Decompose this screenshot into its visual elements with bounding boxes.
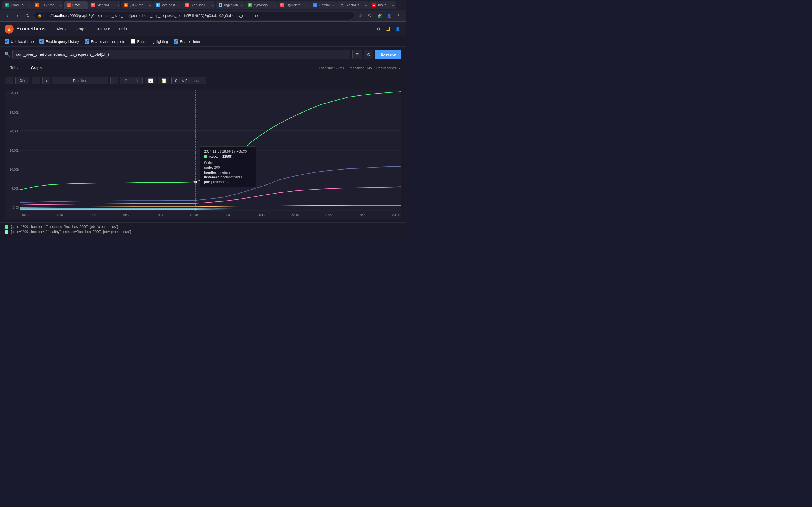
extensions-button[interactable]: 🧩	[375, 12, 384, 20]
duration-display: 1h	[15, 76, 29, 84]
tab-tasve[interactable]: ▶ Tasve... ×	[369, 1, 396, 9]
tab-close-chatgpt[interactable]: ×	[27, 3, 31, 7]
prometheus-app: 🔥 Prometheus Alerts Graph Status ▾ Help …	[0, 22, 406, 237]
new-tab-button[interactable]: +	[397, 1, 404, 9]
query-actions: ≡ ⊙ Execute	[352, 50, 402, 59]
legend-color-0	[4, 225, 8, 229]
back-button[interactable]: ‹	[3, 12, 11, 20]
tab-graph[interactable]: Graph	[25, 62, 47, 74]
nav-alerts[interactable]: Alerts	[52, 25, 70, 33]
resolution-input[interactable]	[120, 77, 143, 84]
x-label-2: 19:45	[89, 213, 97, 217]
url-bar[interactable]: 🔒 http://localhost:9090/graph?g0.expr=su…	[34, 11, 354, 20]
increase-duration-button[interactable]: +	[32, 76, 40, 84]
enable-autocomplete-label: Enable autocomplete	[91, 40, 125, 44]
browser-actions: ☆ 🛡 🧩 👤 ⋮	[356, 12, 403, 20]
tab-signoz1[interactable]: S SignNoz |... ×	[88, 1, 120, 9]
tab-close-gemini[interactable]: ×	[331, 3, 336, 7]
legend-item-0[interactable]: {code="200", handler="/", instance="loca…	[4, 225, 402, 229]
forward-button[interactable]: ›	[13, 12, 21, 20]
execute-button[interactable]: Execute	[375, 50, 402, 59]
menu-button[interactable]: ⋮	[395, 12, 403, 20]
url-text: http://localhost:9090/graph?g0.expr=sum_…	[43, 13, 262, 18]
tab-signozp[interactable]: S SignNoz P... ×	[182, 1, 215, 9]
address-bar: ‹ › ↻ 🔒 http://localhost:9090/graph?g0.e…	[0, 10, 406, 21]
tab-close-articles2[interactable]: ×	[148, 3, 152, 7]
tab-pymongo[interactable]: P pymongo... ×	[245, 1, 277, 9]
tab-favicon-chatgpt: C	[5, 3, 9, 7]
legend-item-1[interactable]: {code="200", handler="/-/healthy", insta…	[4, 230, 402, 234]
tab-close-signoz1[interactable]: ×	[116, 3, 120, 7]
x-label-5: 20:00	[190, 213, 198, 217]
prometheus-title: Prometheus	[16, 26, 46, 32]
profile-button[interactable]: 👤	[385, 12, 393, 20]
settings-icon[interactable]: ⚙	[374, 25, 382, 33]
enable-query-history-checkbox[interactable]	[40, 39, 44, 44]
enable-autocomplete-option[interactable]: Enable autocomplete	[85, 39, 125, 44]
tab-close-localhost[interactable]: ×	[176, 3, 181, 7]
tab-favicon-localhost: L	[156, 3, 160, 7]
chart-svg	[20, 90, 401, 211]
tab-close-signozp[interactable]: ×	[211, 3, 215, 7]
graph-controls: − 1h + ‹ › 📈 📊 Show Exemplars	[0, 74, 406, 87]
enable-linter-checkbox[interactable]	[174, 39, 178, 44]
tab-articles2[interactable]: A (9+) Artic... ×	[121, 1, 152, 9]
legend-area: {code="200", handler="/", instance="loca…	[0, 222, 406, 237]
tab-close-signozs[interactable]: ×	[364, 3, 368, 7]
tab-close-prometheus[interactable]: ×	[82, 3, 87, 7]
tab-favicon-signozp: S	[185, 3, 189, 7]
enable-autocomplete-checkbox[interactable]	[85, 39, 89, 44]
line-chart-icon[interactable]: 📈	[145, 76, 156, 84]
decrease-duration-button[interactable]: −	[4, 76, 13, 84]
nav-status[interactable]: Status ▾	[92, 25, 114, 33]
tab-articles1[interactable]: A (9+) Artic... ×	[32, 1, 63, 9]
chart-inner[interactable]: 2024-11-09 19:56:17 +05:30 value: 11508 …	[20, 90, 401, 211]
enable-highlighting-checkbox[interactable]	[131, 39, 135, 44]
tab-label-signoz1: SignNoz |...	[97, 3, 114, 7]
use-local-time-checkbox[interactable]	[4, 39, 9, 44]
tab-close-tasve[interactable]: ×	[391, 3, 395, 7]
end-time-input[interactable]	[52, 77, 108, 84]
enable-query-history-label: Enable query history	[46, 40, 79, 44]
tab-ingestion[interactable]: I Ingestion ×	[216, 1, 245, 9]
query-input[interactable]	[12, 50, 350, 59]
shield-icon: 🛡	[366, 12, 374, 20]
tab-label-tasve: Tasve...	[377, 3, 389, 7]
nav-help[interactable]: Help	[115, 25, 131, 33]
next-time-button[interactable]: ›	[110, 76, 118, 84]
tab-close-articles1[interactable]: ×	[59, 3, 63, 7]
show-exemplars-button[interactable]: Show Exemplars	[171, 77, 206, 84]
tab-prometheus[interactable]: 🔥 Prom ×	[64, 1, 88, 9]
use-local-time-option[interactable]: Use local time	[4, 39, 34, 44]
tab-table[interactable]: Table	[4, 62, 25, 74]
tab-close-signozr[interactable]: ×	[305, 3, 310, 7]
options-row: Use local time Enable query history Enab…	[0, 36, 406, 47]
graph-area: 30,00k 25,00k 20,00k 15,00k 10,00k 5,00k…	[0, 87, 406, 222]
dark-mode-icon[interactable]: 🌙	[384, 25, 392, 33]
tab-label-articles2: (9+) Artic...	[130, 3, 146, 7]
tab-label-ingestion: Ingestion	[224, 3, 238, 7]
tab-gemini[interactable]: ✦ Gemini ×	[310, 1, 337, 9]
tab-favicon-prometheus: 🔥	[67, 3, 71, 7]
prev-time-button[interactable]: ‹	[42, 76, 50, 84]
tab-signozs[interactable]: G SigNoz/s... ×	[337, 1, 368, 9]
tab-localhost[interactable]: L localhost ×	[153, 1, 182, 9]
history-button[interactable]: ⊙	[364, 50, 373, 59]
enable-linter-option[interactable]: Enable linter	[174, 39, 200, 44]
enable-highlighting-label: Enable highlighting	[137, 40, 168, 44]
format-button[interactable]: ≡	[352, 50, 362, 59]
tab-chatgpt[interactable]: C ChatGPT ×	[2, 1, 32, 9]
bookmark-button[interactable]: ☆	[356, 12, 364, 20]
stacked-chart-icon[interactable]: 📊	[158, 76, 169, 84]
search-icon: 🔍	[4, 52, 10, 57]
enable-query-history-option[interactable]: Enable query history	[40, 39, 79, 44]
user-icon[interactable]: 👤	[394, 25, 402, 33]
prometheus-logo: 🔥	[4, 24, 13, 34]
tab-close-ingestion[interactable]: ×	[240, 3, 244, 7]
tab-signozr[interactable]: S SigNoz re... ×	[277, 1, 310, 9]
reload-button[interactable]: ↻	[24, 12, 32, 20]
tabs-left: Table Graph	[4, 62, 47, 74]
nav-graph[interactable]: Graph	[71, 25, 91, 33]
tab-close-pymongo[interactable]: ×	[272, 3, 276, 7]
enable-highlighting-option[interactable]: Enable highlighting	[131, 39, 168, 44]
